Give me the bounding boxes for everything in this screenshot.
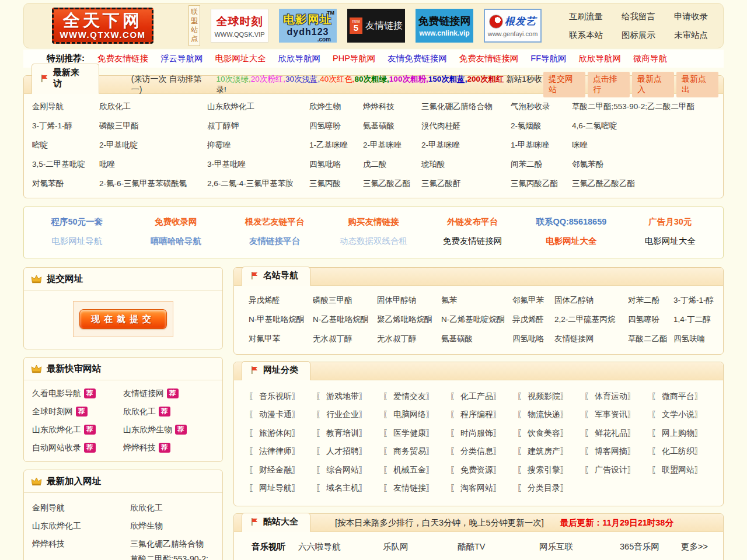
- site-link[interactable]: N-乙烯基吡啶烷酮: [441, 314, 512, 325]
- site-link[interactable]: 友情链接网: [123, 388, 164, 399]
- site-link[interactable]: 欣欣化工: [130, 502, 214, 513]
- site-link[interactable]: 2,2-二甲硫基丙烷: [554, 314, 628, 325]
- site-link[interactable]: 3-甲基吡唑: [207, 159, 309, 170]
- site-link[interactable]: 3-丁烯-1-醇: [32, 121, 99, 131]
- top-nav-link[interactable]: 申请收录: [674, 11, 708, 22]
- site-link[interactable]: 吡唑: [99, 159, 207, 170]
- category-link[interactable]: 〖 商务贸易〗: [383, 446, 450, 457]
- site-link[interactable]: 2-氯烟酸: [511, 121, 572, 131]
- site-logo[interactable]: 全天下网 WWW.QTXW.COM: [52, 8, 153, 44]
- category-link[interactable]: 〖 微商平台〗: [651, 391, 718, 402]
- site-link[interactable]: 2-氟-6-三氟甲基苯磺酰氯: [99, 178, 207, 189]
- ad-link[interactable]: 嘻嘻哈哈导航: [126, 236, 225, 247]
- ad-link[interactable]: 电影网址大全: [522, 236, 620, 247]
- ad-link[interactable]: 友情链接平台: [225, 236, 324, 247]
- site-link[interactable]: 抑霉唑: [207, 140, 309, 150]
- category-link[interactable]: 〖 网上购物〗: [651, 428, 718, 439]
- ad-link[interactable]: 免费收录网: [126, 216, 225, 228]
- banner-genfayi[interactable]: 根发艺 www.genfayi.com: [484, 9, 542, 43]
- banner-dydh123[interactable]: TM 电影网址 dydh123 .com: [279, 9, 337, 43]
- recommend-link[interactable]: 友情免费链接网: [388, 53, 447, 64]
- site-link[interactable]: 草酸二甲酯;553-90-2;乙二酸二甲酯: [130, 553, 214, 560]
- site-link[interactable]: 六六啦导航: [298, 541, 383, 552]
- site-link[interactable]: 2-甲基咪唑: [363, 140, 421, 150]
- site-link[interactable]: 无水叔丁醇: [313, 334, 377, 344]
- site-link[interactable]: 四氢吡咯: [309, 159, 363, 170]
- site-link[interactable]: 2,6-二氯-4-三氟甲基苯胺: [207, 178, 309, 189]
- category-link[interactable]: 〖 搜索引擎〗: [517, 465, 584, 475]
- site-link[interactable]: 草酸二甲酯;553-90-2;乙二酸二甲酯: [572, 102, 715, 112]
- site-link[interactable]: 金刚导航: [32, 102, 99, 112]
- site-link[interactable]: 邻氯苯酚: [572, 159, 715, 170]
- category-link[interactable]: 〖 程序编程〗: [450, 410, 517, 420]
- category-link[interactable]: 〖 人才招聘〗: [316, 446, 383, 457]
- category-link[interactable]: 〖 联盟网站〗: [651, 465, 718, 475]
- category-link[interactable]: 〖 文学小说〗: [651, 410, 718, 420]
- category-link[interactable]: 〖 游戏地带〗: [316, 391, 383, 402]
- ad-link[interactable]: 联系QQ:85618659: [522, 216, 620, 228]
- site-link[interactable]: N-乙基吡咯烷酮: [313, 314, 377, 325]
- ad-link[interactable]: 广告月30元: [621, 216, 720, 228]
- recommend-link[interactable]: 浮云导航网: [160, 53, 203, 64]
- category-link[interactable]: 〖 财经金融〗: [249, 465, 316, 475]
- site-link[interactable]: 邻氟甲苯: [512, 295, 554, 306]
- site-link[interactable]: 三氟丙酸乙酯: [511, 178, 572, 189]
- site-link[interactable]: 异戊烯醛: [512, 314, 554, 325]
- category-link[interactable]: 〖 军事资讯〗: [584, 410, 651, 420]
- category-link[interactable]: 〖 行业企业〗: [316, 410, 383, 420]
- recommend-link[interactable]: 微商导航: [633, 53, 667, 64]
- site-link[interactable]: 欣烨生物: [130, 520, 214, 531]
- site-link[interactable]: 4,6-二氯嘧啶: [572, 121, 715, 131]
- site-link[interactable]: 网乐互联: [539, 541, 620, 552]
- site-link[interactable]: 2-甲基吡啶: [99, 140, 207, 150]
- category-link[interactable]: 〖 化工纺织〗: [651, 446, 718, 457]
- site-link[interactable]: 四氢噻吩: [628, 314, 673, 325]
- site-link[interactable]: 金刚导航: [32, 502, 130, 513]
- header-action-button[interactable]: 最新点入: [632, 72, 674, 97]
- site-link[interactable]: 草酸二乙酯: [628, 334, 673, 344]
- site-link[interactable]: 1,4-丁二醇: [673, 314, 723, 325]
- ad-link[interactable]: 程序50元一套: [27, 216, 126, 228]
- site-link[interactable]: 磷酸三甲酯: [99, 121, 207, 131]
- site-link[interactable]: 聚乙烯吡咯烷酮: [377, 314, 441, 325]
- category-link[interactable]: 〖 博客网摘〗: [584, 446, 651, 457]
- site-link[interactable]: 欣欣化工: [123, 407, 156, 417]
- site-link[interactable]: 固体乙醇钠: [554, 295, 628, 306]
- site-link[interactable]: 气泡秒收录: [511, 102, 572, 112]
- category-link[interactable]: 〖 教育培训〗: [316, 428, 383, 439]
- site-link[interactable]: 友情链接网: [554, 334, 628, 344]
- recommend-link[interactable]: 欣欣导航网: [579, 53, 622, 64]
- site-link[interactable]: 烨烨科技: [363, 102, 421, 112]
- site-link[interactable]: 对苯二酚: [628, 295, 673, 306]
- site-link[interactable]: 嘧啶: [32, 140, 99, 150]
- site-link[interactable]: 琥珀酸: [421, 159, 511, 170]
- category-link[interactable]: 〖 体育运动〗: [584, 391, 651, 402]
- site-link[interactable]: 咪唑: [572, 140, 715, 150]
- recommend-link[interactable]: 电影网址大全: [215, 53, 266, 64]
- tab-categories[interactable]: 网址分类: [242, 361, 310, 380]
- category-link[interactable]: 〖 网址导航〗: [249, 483, 316, 494]
- site-link[interactable]: 氨基磺酸: [441, 334, 512, 344]
- category-link[interactable]: 〖 时尚服饰〗: [450, 428, 517, 439]
- recommend-link[interactable]: PHP导航网: [333, 53, 375, 64]
- site-link[interactable]: 山东欣烨化工: [207, 102, 309, 112]
- ad-link[interactable]: 动态数据双线合租: [324, 236, 423, 247]
- site-link[interactable]: 全球时刻网: [32, 407, 73, 417]
- tab-cool-sites[interactable]: 酷站大全: [242, 513, 310, 532]
- site-link[interactable]: 山东欣烨化工: [32, 520, 130, 531]
- site-link[interactable]: 2-甲基咪唑: [421, 140, 511, 150]
- category-link[interactable]: 〖 综合网站〗: [316, 465, 383, 475]
- site-link[interactable]: 烨烨科技: [123, 443, 156, 453]
- tab-latest-visits[interactable]: 最新来访: [32, 64, 99, 94]
- site-link[interactable]: 三氟化硼乙腈络合物: [421, 102, 511, 112]
- site-link[interactable]: 异戊烯醛: [249, 295, 313, 306]
- site-link[interactable]: 四氢吡咯: [512, 334, 554, 344]
- more-link[interactable]: 更多>>: [672, 541, 708, 552]
- banner-html5-links[interactable]: html 5 友情链接: [347, 9, 405, 43]
- site-link[interactable]: 酷酷TV: [458, 541, 539, 552]
- submit-now-button[interactable]: 现在就提交: [79, 309, 167, 329]
- ad-link[interactable]: 外链发布平台: [423, 216, 522, 228]
- recommend-link[interactable]: 免费友情链接: [97, 53, 148, 64]
- site-link[interactable]: 1-乙基咪唑: [309, 140, 363, 150]
- site-link[interactable]: 三氟化硼乙腈络合物: [130, 538, 214, 550]
